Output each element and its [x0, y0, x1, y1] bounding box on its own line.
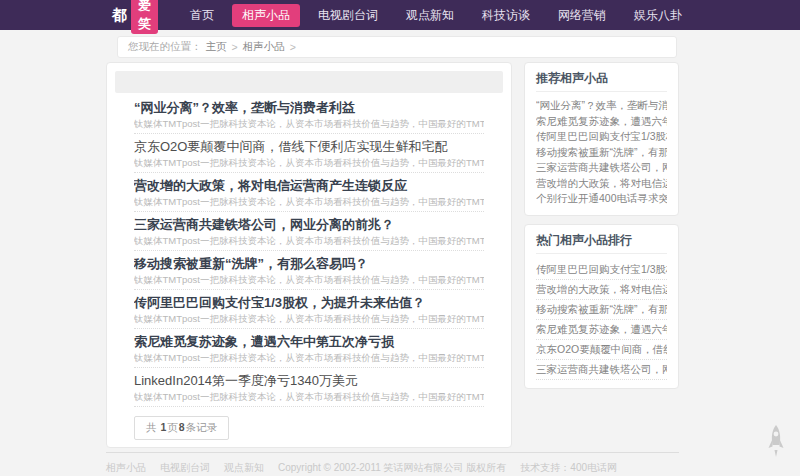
article-summary: 钛媒体TMTpost一把脉科技资本论，从资本市场看科技价值与趋势，中国最好的TM…: [134, 391, 484, 402]
pagination-page-unit: 页: [167, 421, 178, 433]
recommend-item[interactable]: 索尼难觅复苏迹象，遭遇六年中第五次净: [536, 114, 667, 130]
nav-item-viewpoints[interactable]: 观点新知: [396, 4, 464, 27]
list-header-strip: [115, 71, 503, 93]
breadcrumb-separator: >: [290, 41, 296, 53]
article-item: 京东O2O要颠覆中间商，借线下便利店实现生鲜和宅配 钛媒体TMTpost一把脉科…: [134, 134, 484, 173]
recommend-item[interactable]: 移动搜索被重新“洗牌”，有那么容易吗: [536, 145, 667, 161]
rocket-icon: [763, 423, 789, 469]
article-summary: 钛媒体TMTpost一把脉科技资本论，从资本市场看科技价值与趋势，中国最好的TM…: [134, 157, 484, 168]
breadcrumb-home-link[interactable]: 主页: [206, 40, 227, 54]
article-item: “网业分离”？效率，垄断与消费者利益 钛媒体TMTpost一把脉科技资本论，从资…: [134, 95, 484, 134]
footer-link-viewpoints[interactable]: 观点新知: [224, 461, 264, 475]
article-title-link[interactable]: 索尼难觅复苏迹象，遭遇六年中第五次净亏损: [134, 334, 484, 349]
article-summary: 钛媒体TMTpost一把脉科技资本论，从资本市场看科技价值与趋势，中国最好的TM…: [134, 118, 484, 129]
hot-ranking-item[interactable]: 京东O2O要颠覆中间商，借线下便: [536, 340, 667, 360]
hot-ranking-panel: 热门相声小品排行 传阿里巴巴回购支付宝1/3股权， 营改增的大政策，将对电信运营…: [524, 224, 679, 389]
breadcrumb-label: 您现在的位置：: [128, 40, 202, 54]
footer-link-xiangsheng[interactable]: 相声小品: [106, 461, 146, 475]
nav-item-home[interactable]: 首页: [180, 4, 224, 27]
logo-badge: 爱笑: [131, 0, 158, 34]
hot-ranking-item[interactable]: 三家运营商共建铁塔公司，网业分: [536, 360, 667, 380]
recommend-item[interactable]: 三家运营商共建铁塔公司，网业分离的前: [536, 160, 667, 176]
article-item: 三家运营商共建铁塔公司，网业分离的前兆？ 钛媒体TMTpost一把脉科技资本论，…: [134, 212, 484, 251]
article-item: 移动搜索被重新“洗牌”，有那么容易吗？ 钛媒体TMTpost一把脉科技资本论，从…: [134, 251, 484, 290]
nav-item-tech-talk[interactable]: 科技访谈: [472, 4, 540, 27]
breadcrumb-separator: >: [232, 41, 238, 53]
footer-tech-support: 技术支持：400电话网: [520, 461, 617, 475]
article-summary: 钛媒体TMTpost一把脉科技资本论，从资本市场看科技价值与趋势，中国最好的TM…: [134, 274, 484, 285]
article-list-panel: “网业分离”？效率，垄断与消费者利益 钛媒体TMTpost一把脉科技资本论，从资…: [106, 62, 512, 448]
recommend-item[interactable]: 传阿里巴巴回购支付宝1/3股权，为提升: [536, 129, 667, 145]
article-summary: 钛媒体TMTpost一把脉科技资本论，从资本市场看科技价值与趋势，中国最好的TM…: [134, 196, 484, 207]
article-title-link[interactable]: LinkedIn2014第一季度净亏1340万美元: [134, 373, 484, 388]
article-summary: 钛媒体TMTpost一把脉科技资本论，从资本市场看科技价值与趋势，中国最好的TM…: [134, 235, 484, 246]
article-title-link[interactable]: “网业分离”？效率，垄断与消费者利益: [134, 100, 484, 115]
back-to-top-button[interactable]: [763, 423, 789, 469]
footer: 相声小品 电视剧台词 观点新知 Copyright © 2002-2011 笑话…: [106, 452, 679, 475]
main-nav: 首页 相声小品 电视剧台词 观点新知 科技访谈 网络营销 娱乐八卦: [180, 4, 700, 27]
hot-ranking-item[interactable]: 索尼难觅复苏迹象，遭遇六年中第: [536, 320, 667, 340]
nav-item-marketing[interactable]: 网络营销: [548, 4, 616, 27]
recommend-panel-title: 推荐相声小品: [536, 71, 667, 92]
article-item: 传阿里巴巴回购支付宝1/3股权，为提升未来估值？ 钛媒体TMTpost一把脉科技…: [134, 290, 484, 329]
article-title-link[interactable]: 移动搜索被重新“洗牌”，有那么容易吗？: [134, 256, 484, 271]
article-summary: 钛媒体TMTpost一把脉科技资本论，从资本市场看科技价值与趋势，中国最好的TM…: [134, 352, 484, 363]
nav-item-tv-lines[interactable]: 电视剧台词: [308, 4, 388, 27]
article-title-link[interactable]: 营改增的大政策，将对电信运营商产生连锁反应: [134, 178, 484, 193]
breadcrumb: 您现在的位置： 主页 > 相声小品 >: [117, 36, 677, 58]
footer-link-tv-lines[interactable]: 电视剧台词: [160, 461, 210, 475]
nav-item-gossip[interactable]: 娱乐八卦: [624, 4, 692, 27]
article-item: 索尼难觅复苏迹象，遭遇六年中第五次净亏损 钛媒体TMTpost一把脉科技资本论，…: [134, 329, 484, 368]
pagination-info: 共 1页8条记录: [134, 416, 229, 440]
article-title-link[interactable]: 三家运营商共建铁塔公司，网业分离的前兆？: [134, 217, 484, 232]
logo-text: 都: [112, 6, 128, 25]
footer-copyright: Copyright © 2002-2011 笑话网站有限公司 版权所有: [278, 461, 506, 475]
article-title-link[interactable]: 京东O2O要颠覆中间商，借线下便利店实现生鲜和宅配: [134, 139, 484, 154]
header-bar: 都 爱笑 首页 相声小品 电视剧台词 观点新知 科技访谈 网络营销 娱乐八卦: [0, 0, 800, 30]
pagination-page-number: 1: [160, 421, 166, 433]
hot-ranking-item[interactable]: 传阿里巴巴回购支付宝1/3股权，: [536, 260, 667, 280]
recommend-item[interactable]: 个别行业开通400电话寻求突破: [536, 191, 667, 207]
hot-ranking-item[interactable]: 营改增的大政策，将对电信运营商: [536, 280, 667, 300]
nav-item-xiangsheng[interactable]: 相声小品: [232, 4, 300, 27]
article-title-link[interactable]: 传阿里巴巴回购支付宝1/3股权，为提升未来估值？: [134, 295, 484, 310]
site-logo[interactable]: 都 爱笑: [112, 0, 158, 34]
breadcrumb-category-link[interactable]: 相声小品: [243, 40, 285, 54]
pagination-record-count: 8: [179, 421, 185, 433]
recommend-panel: 推荐相声小品 “网业分离”？效率，垄断与消费者利益 索尼难觅复苏迹象，遭遇六年中…: [524, 62, 679, 216]
pagination-prefix: 共: [146, 421, 159, 433]
article-summary: 钛媒体TMTpost一把脉科技资本论，从资本市场看科技价值与趋势，中国最好的TM…: [134, 313, 484, 324]
recommend-item[interactable]: 营改增的大政策，将对电信运营商产生连: [536, 176, 667, 192]
article-item: 营改增的大政策，将对电信运营商产生连锁反应 钛媒体TMTpost一把脉科技资本论…: [134, 173, 484, 212]
sidebar: 推荐相声小品 “网业分离”？效率，垄断与消费者利益 索尼难觅复苏迹象，遭遇六年中…: [524, 62, 679, 448]
hot-ranking-item[interactable]: 移动搜索被重新“洗牌”，有那么: [536, 300, 667, 320]
hot-ranking-panel-title: 热门相声小品排行: [536, 233, 667, 254]
recommend-item[interactable]: “网业分离”？效率，垄断与消费者利益: [536, 98, 667, 114]
pagination-count-unit: 条记录: [186, 421, 218, 433]
article-item: LinkedIn2014第一季度净亏1340万美元 钛媒体TMTpost一把脉科…: [134, 368, 484, 407]
